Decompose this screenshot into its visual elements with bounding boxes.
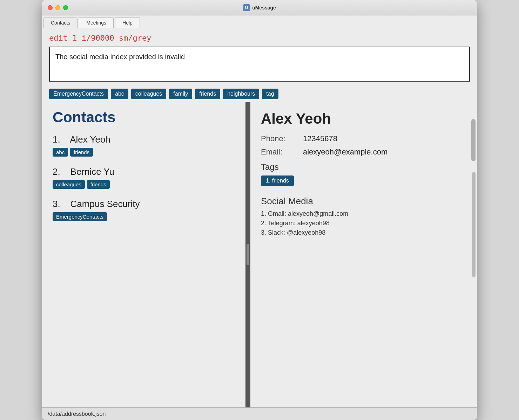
detail-tags-label: Tags xyxy=(261,162,466,172)
tabbar: Contacts Meetings Help xyxy=(42,15,477,28)
window-controls xyxy=(48,5,68,10)
contact-tags-1: abc friends xyxy=(53,148,235,157)
contact-name-2: 2. Bernice Yu xyxy=(53,166,235,177)
list-item[interactable]: 3. Campus Security EmergencyContacts xyxy=(53,199,235,221)
phone-value: 12345678 xyxy=(303,134,337,143)
email-label: Email: xyxy=(261,147,303,157)
app-name: uMessage xyxy=(252,5,276,11)
contact-tags-2: colleagues friends xyxy=(53,180,235,189)
output-box: The social media index provided is inval… xyxy=(49,47,470,82)
email-value: alexyeoh@example.com xyxy=(303,147,387,157)
filter-tag-emergencycontacts[interactable]: EmergencyContacts xyxy=(49,89,108,99)
contact-tag[interactable]: colleagues xyxy=(53,180,85,189)
right-scrollbar[interactable] xyxy=(472,172,476,277)
divider-handle xyxy=(247,244,249,265)
command-section xyxy=(42,28,477,44)
filter-tag-neighbours[interactable]: neighbours xyxy=(223,89,259,99)
main-content: The social media index provided is inval… xyxy=(42,28,477,407)
phone-label: Phone: xyxy=(261,134,303,143)
list-item[interactable]: 1. Alex Yeoh abc friends xyxy=(53,134,235,157)
split-divider[interactable] xyxy=(245,102,250,407)
filter-tag-abc[interactable]: abc xyxy=(111,89,128,99)
social-item-2: 2. Telegram: alexyeoh98 xyxy=(261,220,466,227)
phone-row: Phone: 12345678 xyxy=(261,134,466,143)
contact-name-1: 1. Alex Yeoh xyxy=(53,134,235,145)
social-item-3: 3. Slack: @alexyeoh98 xyxy=(261,229,466,236)
detail-name: Alex Yeoh xyxy=(261,110,466,127)
window-title: U uMessage xyxy=(243,4,276,11)
contacts-title: Contacts xyxy=(53,109,235,126)
filter-tags-section: EmergencyContacts abc colleagues family … xyxy=(42,86,477,102)
app-icon: U xyxy=(243,4,250,11)
close-button[interactable] xyxy=(48,5,53,10)
right-panel: Alex Yeoh Phone: 12345678 Email: alexyeo… xyxy=(250,102,477,407)
titlebar: U uMessage xyxy=(42,0,477,15)
contact-tag[interactable]: friends xyxy=(70,148,93,157)
filter-tag-colleagues[interactable]: colleagues xyxy=(131,89,167,99)
contact-name-3: 3. Campus Security xyxy=(53,199,235,209)
status-text: /data/addressbook.json xyxy=(48,411,106,417)
filter-tag-tag[interactable]: tag xyxy=(262,89,278,99)
command-input[interactable] xyxy=(49,32,470,44)
maximize-button[interactable] xyxy=(63,5,68,10)
left-panel: Contacts 1. Alex Yeoh abc friends xyxy=(42,102,245,407)
list-item[interactable]: 2. Bernice Yu colleagues friends xyxy=(53,166,235,189)
contact-tag[interactable]: EmergencyContacts xyxy=(53,212,107,221)
output-text: The social media index provided is inval… xyxy=(55,53,185,61)
statusbar: /data/addressbook.json xyxy=(42,407,477,420)
contact-tag[interactable]: friends xyxy=(87,180,110,189)
filter-tag-friends[interactable]: friends xyxy=(195,89,220,99)
filter-tag-family[interactable]: family xyxy=(169,89,192,99)
tab-meetings[interactable]: Meetings xyxy=(79,17,114,28)
detail-tag[interactable]: 1. friends xyxy=(261,175,294,186)
tab-contacts[interactable]: Contacts xyxy=(43,18,77,28)
contact-tags-3: EmergencyContacts xyxy=(53,212,235,221)
tab-help[interactable]: Help xyxy=(115,17,140,28)
split-area: Contacts 1. Alex Yeoh abc friends xyxy=(42,102,477,407)
social-item-1: 1. Gmail: alexyeoh@gmail.com xyxy=(261,210,466,218)
main-window: U uMessage Contacts Meetings Help The so… xyxy=(42,0,477,420)
minimize-button[interactable] xyxy=(55,5,60,10)
social-media-label: Social Media xyxy=(261,196,466,207)
contact-tag[interactable]: abc xyxy=(53,148,68,157)
email-row: Email: alexyeoh@example.com xyxy=(261,147,466,157)
